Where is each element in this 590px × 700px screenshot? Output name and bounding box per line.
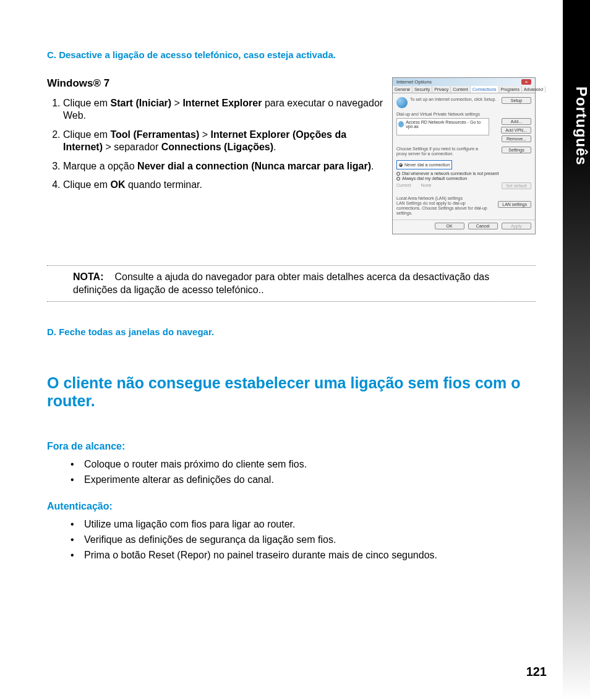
add-vpn-button[interactable]: Add VPN... xyxy=(501,127,531,134)
text: > xyxy=(199,129,210,140)
section-c-heading: C. Desactive a ligação de acesso telefón… xyxy=(47,49,536,60)
tab-connections[interactable]: Connections xyxy=(471,86,499,93)
never-dial-highlight: Never dial a connection xyxy=(396,160,452,169)
text-bold: Start (Iniciar) xyxy=(110,98,171,108)
dialog-title: Internet Options xyxy=(396,79,432,85)
globe-icon xyxy=(396,97,408,108)
apply-button[interactable]: Apply xyxy=(502,223,531,229)
list-item: Prima o botão Reset (Repor) no painel tr… xyxy=(84,548,536,563)
lan-header: Local Area Network (LAN) settings xyxy=(396,196,531,201)
nota-label: NOTA: xyxy=(73,271,103,282)
radio-label: Always dial my default connection xyxy=(402,176,467,181)
setup-button[interactable]: Setup xyxy=(502,97,531,104)
text: Clique em xyxy=(63,129,110,140)
troubleshoot-heading: O cliente não consegue estabelecer uma l… xyxy=(47,374,536,410)
radio-never-dial[interactable]: Never dial a connection xyxy=(399,163,450,167)
connection-icon xyxy=(398,121,404,127)
settings-button[interactable]: Settings xyxy=(502,147,531,153)
tab-privacy[interactable]: Privacy xyxy=(432,86,451,93)
section-d-heading: D. Feche todas as janelas do navegar. xyxy=(47,327,536,337)
dialog-tabs: General Security Privacy Content Connect… xyxy=(393,86,535,93)
tab-content[interactable]: Content xyxy=(451,86,471,93)
tab-advanced[interactable]: Advanced xyxy=(522,86,545,93)
list-item: Utilize uma ligação com fios para ligar … xyxy=(84,517,536,532)
radio-dot-icon xyxy=(399,163,403,167)
tab-general[interactable]: General xyxy=(393,86,413,93)
radio-label: Dial whenever a network connection is no… xyxy=(402,171,498,176)
autenticacao-heading: Autenticação: xyxy=(47,501,536,512)
step-2: Clique em Tool (Ferramentas) > Internet … xyxy=(63,129,383,154)
internet-options-dialog: Internet Options × General Security Priv… xyxy=(392,77,536,234)
ok-button[interactable]: OK xyxy=(435,223,464,229)
step-3: Marque a opção Never dial a connection (… xyxy=(63,160,383,173)
setup-text: To set up an Internet connection, click … xyxy=(410,97,497,102)
page-content: C. Desactive a ligação de acesso telefón… xyxy=(47,49,536,563)
text: > separador xyxy=(103,142,161,152)
text-bold: Never dial a connection (Nunca marcar pa… xyxy=(137,161,371,171)
remove-button[interactable]: Remove... xyxy=(502,135,531,142)
text: > xyxy=(171,98,182,108)
set-default-button[interactable]: Set default xyxy=(502,182,531,189)
fora-de-alcance-heading: Fora de alcance: xyxy=(47,441,536,452)
radio-dot-icon xyxy=(396,177,400,181)
close-icon[interactable]: × xyxy=(521,79,531,85)
text: . xyxy=(273,142,276,152)
current-label: Current xyxy=(396,183,411,187)
dialup-header: Dial-up and Virtual Private Network sett… xyxy=(396,112,531,117)
step-4: Clique em OK quando terminar. xyxy=(63,179,383,191)
steps-list: Clique em Start (Iniciar) > Internet Exp… xyxy=(63,97,383,192)
lan-settings-button[interactable]: LAN settings xyxy=(498,201,531,208)
windows7-heading: Windows® 7 xyxy=(47,77,383,90)
radio-always-dial[interactable]: Always dial my default connection xyxy=(396,176,531,181)
tab-security[interactable]: Security xyxy=(413,86,432,93)
radio-label: Never dial a connection xyxy=(404,163,450,167)
cancel-button[interactable]: Cancel xyxy=(468,223,498,229)
radio-dial-when-not-present[interactable]: Dial whenever a network connection is no… xyxy=(396,171,531,176)
language-label: Português xyxy=(563,87,590,166)
text: Marque a opção xyxy=(63,161,137,171)
fora-list: Coloque o router mais próximo do cliente… xyxy=(84,457,536,488)
nota-text: Consulte a ajuda do navegador para obter… xyxy=(73,271,489,294)
list-item: Verifique as definições de segurança da … xyxy=(84,532,536,548)
text: Clique em xyxy=(63,98,110,108)
radio-dot-icon xyxy=(396,172,400,176)
lan-text: LAN Settings do not apply to dial-up con… xyxy=(396,201,489,216)
list-item-label: Access RD Network Resources - Go to vpn.… xyxy=(406,120,487,129)
text: quando terminar. xyxy=(125,179,202,190)
current-value: None xyxy=(421,183,432,187)
text: . xyxy=(371,161,374,171)
language-side-tab: Português xyxy=(563,0,590,700)
page-number: 121 xyxy=(526,665,547,679)
text-bold: OK xyxy=(110,179,125,190)
choose-settings-text: Choose Settings if you need to configure… xyxy=(396,147,489,156)
text-bold: Internet Explorer xyxy=(182,98,262,108)
dialog-titlebar: Internet Options × xyxy=(393,78,535,86)
add-button[interactable]: Add... xyxy=(502,118,531,125)
text: Clique em xyxy=(63,179,110,190)
text-bold: Connections (Ligações) xyxy=(161,142,273,152)
step-1: Clique em Start (Iniciar) > Internet Exp… xyxy=(63,97,383,122)
text-bold: Tool (Ferramentas) xyxy=(110,129,199,140)
nota-block: NOTA:Consulte a ajuda do navegador para … xyxy=(73,271,536,296)
list-item: Coloque o router mais próximo do cliente… xyxy=(84,457,536,472)
divider xyxy=(47,265,536,266)
aut-list: Utilize uma ligação com fios para ligar … xyxy=(84,517,536,563)
list-item[interactable]: Access RD Network Resources - Go to vpn.… xyxy=(398,120,487,129)
divider xyxy=(47,301,536,302)
connections-listbox[interactable]: Access RD Network Resources - Go to vpn.… xyxy=(396,118,489,135)
tab-programs[interactable]: Programs xyxy=(499,86,522,93)
list-item: Experimente alterar as definições do can… xyxy=(84,472,536,488)
